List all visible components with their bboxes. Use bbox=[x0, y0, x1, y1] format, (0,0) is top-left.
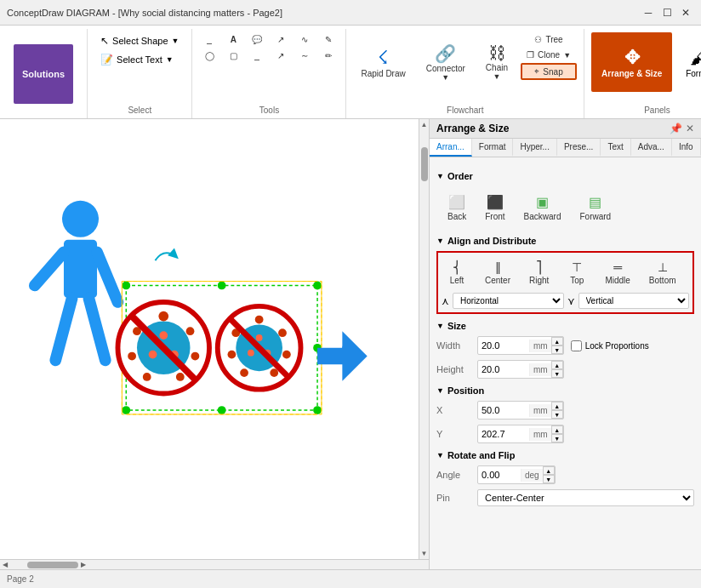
angle-down-button[interactable]: ▼ bbox=[543, 475, 555, 483]
scroll-thumb[interactable] bbox=[421, 147, 428, 181]
text-tool-button[interactable]: A bbox=[223, 32, 243, 47]
scroll-up-button[interactable]: ▲ bbox=[419, 119, 429, 130]
align-top-button[interactable]: ⊤ Top bbox=[561, 256, 592, 289]
close-button[interactable]: ✕ bbox=[677, 4, 694, 21]
snap-icon: ⌖ bbox=[534, 66, 539, 77]
dropdown-arrow2-icon: ▼ bbox=[166, 55, 174, 64]
handle-tl bbox=[122, 282, 130, 290]
align-section-header[interactable]: ▼ Align and Distribute bbox=[436, 236, 694, 246]
arrow-tool-button[interactable]: ↗ bbox=[271, 32, 291, 47]
tab-arrange[interactable]: Arran... bbox=[430, 139, 472, 157]
scroll-right-button[interactable]: ▶ bbox=[78, 560, 88, 570]
chain-arrow-icon: ▼ bbox=[493, 72, 500, 81]
tree-button[interactable]: ⚇ Tree bbox=[521, 32, 577, 47]
order-front-button[interactable]: ⬛ Front bbox=[481, 190, 509, 225]
tools-group: ⎯ A 💬 ↗ ∿ ✎ ◯ ▢ ⎯ ↗ ∼ ✏ bbox=[199, 32, 339, 101]
arrange-size-button[interactable]: ✥ Arrange & Size bbox=[591, 32, 672, 92]
h-scroll-thumb[interactable] bbox=[27, 562, 78, 568]
height-up-button[interactable]: ▲ bbox=[551, 361, 563, 369]
y-input[interactable] bbox=[478, 427, 529, 441]
y-up-button[interactable]: ▲ bbox=[551, 425, 563, 434]
snap-button[interactable]: ⌖ Snap bbox=[521, 63, 577, 80]
callout-tool-button[interactable]: 💬 bbox=[247, 32, 267, 47]
scroll-left-button[interactable]: ◀ bbox=[0, 560, 10, 570]
select-label: Select bbox=[94, 101, 185, 115]
panel-pin-button[interactable]: 📌 bbox=[670, 123, 682, 134]
dash-tool-button[interactable]: ⎯ bbox=[247, 49, 267, 63]
restore-button[interactable]: ☐ bbox=[658, 4, 675, 21]
ellipse-tool-button[interactable]: ◯ bbox=[199, 49, 219, 63]
rotate-section-header[interactable]: ▼ Rotate and Flip bbox=[436, 450, 694, 460]
distribute-h-select[interactable]: Horizontal bbox=[453, 293, 564, 309]
align-row1: ⎨ Left ‖ Center ⎤ Right ⊤ Top bbox=[442, 256, 689, 289]
angle-up-button[interactable]: ▲ bbox=[543, 466, 555, 475]
canvas-area[interactable] bbox=[0, 119, 419, 559]
distribute-v-select[interactable]: Vertical bbox=[578, 293, 690, 309]
connector-button[interactable]: 🔗 Connector ▼ bbox=[419, 32, 473, 92]
order-forward-button[interactable]: ▤ Forward bbox=[575, 190, 615, 225]
rapid-draw-button[interactable]: ☇ Rapid Draw bbox=[353, 32, 413, 92]
clone-button[interactable]: ❐ Clone ▼ bbox=[521, 48, 577, 62]
tab-text[interactable]: Text bbox=[601, 139, 630, 157]
position-section-header[interactable]: ▼ Position bbox=[436, 385, 694, 396]
select-text-button[interactable]: 📝 Select Text ▼ bbox=[94, 51, 185, 68]
svg-marker-32 bbox=[317, 331, 368, 381]
y-input-group: mm ▲ ▼ bbox=[477, 425, 564, 443]
align-middle-button[interactable]: ═ Middle bbox=[599, 256, 635, 289]
tab-adva[interactable]: Adva... bbox=[631, 139, 672, 157]
panel-close-button[interactable]: ✕ bbox=[686, 123, 694, 134]
svg-point-13 bbox=[128, 352, 136, 361]
height-row: Height mm ▲ ▼ bbox=[436, 360, 694, 379]
order-backward-button[interactable]: ▣ Backward bbox=[520, 190, 566, 225]
y-label: Y bbox=[436, 429, 470, 439]
y-down-button[interactable]: ▼ bbox=[551, 434, 563, 442]
panels-section: ✥ Arrange & Size 🖌 Format Panels bbox=[584, 29, 701, 118]
x-input[interactable] bbox=[478, 403, 529, 417]
height-down-button[interactable]: ▼ bbox=[551, 369, 563, 378]
order-section-header[interactable]: ▼ Order bbox=[436, 171, 694, 181]
x-down-button[interactable]: ▼ bbox=[551, 410, 563, 419]
pen-tool-button[interactable]: ✏ bbox=[318, 49, 339, 63]
tools-label: Tools bbox=[199, 101, 339, 115]
order-collapse-icon: ▼ bbox=[436, 172, 444, 180]
x-up-button[interactable]: ▲ bbox=[551, 402, 563, 410]
panel-title-controls: 📌 ✕ bbox=[670, 123, 694, 134]
align-left-button[interactable]: ⎨ Left bbox=[442, 256, 472, 289]
rect-tool-button[interactable]: ▢ bbox=[223, 49, 243, 63]
x-row: X mm ▲ ▼ bbox=[436, 401, 694, 420]
solutions-button[interactable]: Solutions bbox=[14, 44, 73, 104]
align-center-button[interactable]: ‖ Center bbox=[479, 256, 516, 289]
pin-select[interactable]: Center-Center bbox=[477, 489, 694, 506]
tab-prese[interactable]: Prese... bbox=[557, 139, 601, 157]
width-input[interactable] bbox=[478, 339, 529, 352]
arrow2-tool-button[interactable]: ↗ bbox=[271, 49, 291, 63]
order-back-button[interactable]: ⬜ Back bbox=[443, 190, 470, 225]
svg-point-9 bbox=[186, 327, 195, 335]
panel-tabs: Arran... Format Hyper... Prese... Text A… bbox=[430, 139, 701, 157]
curve-tool-button[interactable]: ∿ bbox=[294, 32, 315, 47]
angle-input[interactable] bbox=[478, 468, 521, 482]
handle-bl bbox=[122, 406, 130, 414]
width-up-button[interactable]: ▲ bbox=[551, 337, 563, 345]
pencil-tool-button[interactable]: ✎ bbox=[318, 32, 339, 47]
tab-hyper[interactable]: Hyper... bbox=[513, 139, 556, 157]
chain-button[interactable]: ⛓ Chain ▼ bbox=[478, 32, 516, 92]
wave-tool-button[interactable]: ∼ bbox=[294, 49, 315, 63]
line-tool-button[interactable]: ⎯ bbox=[199, 32, 219, 47]
scroll-down-button[interactable]: ▼ bbox=[419, 548, 429, 559]
minimize-button[interactable]: ─ bbox=[640, 4, 657, 21]
tab-info[interactable]: Info bbox=[672, 139, 701, 157]
tools-row1: ⎯ A 💬 ↗ ∿ ✎ bbox=[199, 32, 339, 47]
align-right-button[interactable]: ⎤ Right bbox=[523, 256, 555, 289]
select-shape-button[interactable]: ↖ Select Shape ▼ bbox=[94, 32, 185, 49]
lock-proportions-checkbox[interactable] bbox=[571, 340, 582, 351]
height-input[interactable] bbox=[478, 363, 529, 376]
cursor-icon: ↖ bbox=[100, 35, 109, 47]
flowchart-section: ☇ Rapid Draw 🔗 Connector ▼ ⛓ Chain ▼ ⚇ T… bbox=[346, 29, 584, 118]
format-button[interactable]: 🖌 Format bbox=[675, 32, 701, 92]
align-bottom-button[interactable]: ⊥ Bottom bbox=[643, 256, 682, 289]
width-down-button[interactable]: ▼ bbox=[551, 345, 563, 354]
size-section-header[interactable]: ▼ Size bbox=[436, 321, 694, 331]
flowchart-stack: ⚇ Tree ❐ Clone ▼ ⌖ Snap bbox=[521, 32, 577, 80]
tab-format[interactable]: Format bbox=[472, 139, 514, 157]
